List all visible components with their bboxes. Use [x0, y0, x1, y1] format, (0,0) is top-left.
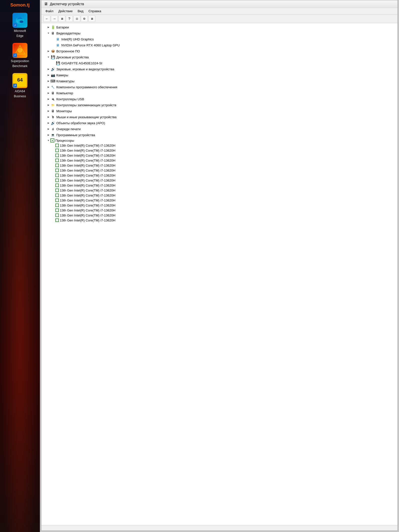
cpu2-label: 13th Gen Intel(R) Core(TM) i7-13620H: [60, 149, 115, 152]
cpu-core-2[interactable]: ▶ □ 13th Gen Intel(R) Core(TM) i7-13620H: [41, 148, 398, 153]
update-button[interactable]: ⚙: [81, 15, 88, 22]
menu-help[interactable]: Справка: [87, 8, 103, 14]
cpu12-icon: □: [55, 199, 59, 202]
audio-expand[interactable]: ▶: [46, 67, 50, 71]
gigabyte-item[interactable]: ▶ 💾 GIGABYTE AG450E1024-SI: [41, 60, 398, 66]
storage-controllers-item[interactable]: ▶ 📁 Контроллеры запоминающих устройств: [41, 102, 398, 108]
cpu1-label: 13th Gen Intel(R) Core(TM) i7-13620H: [60, 144, 115, 147]
cpu15-label: 13th Gen Intel(R) Core(TM) i7-13620H: [60, 213, 115, 217]
cpu-core-13[interactable]: ▶ □ 13th Gen Intel(R) Core(TM) i7-13620H: [41, 203, 398, 208]
menu-action[interactable]: Действие: [56, 8, 75, 14]
cpu5-label: 13th Gen Intel(R) Core(TM) i7-13620H: [60, 164, 115, 167]
cpu-core-1[interactable]: ▶ □ 13th Gen Intel(R) Core(TM) i7-13620H: [41, 143, 398, 148]
scan-button[interactable]: 🖥: [88, 15, 95, 22]
firmware-label: Встроенное ПО: [56, 49, 80, 53]
aida64-icon[interactable]: 64 ↗ AIDA64 Business: [12, 73, 27, 98]
cpu-core-10[interactable]: ▶ □ 13th Gen Intel(R) Core(TM) i7-13620H: [41, 188, 398, 193]
cpu14-icon: □: [55, 209, 59, 212]
cpu-core-15[interactable]: ▶ □ 13th Gen Intel(R) Core(TM) i7-13620H: [41, 213, 398, 218]
usb-controllers-item[interactable]: ▶ 🔌 Контроллеры USB: [41, 96, 398, 102]
batteries-item[interactable]: ▶ 🔋 Батареи: [41, 24, 398, 30]
cameras-expand[interactable]: ▶: [46, 73, 50, 77]
disk-drives-expand[interactable]: ▼: [46, 55, 50, 59]
cpu1-icon: □: [55, 144, 59, 147]
forward-button[interactable]: →: [51, 15, 58, 22]
computer-expand[interactable]: ▶: [46, 91, 50, 95]
print-queues-item[interactable]: ▶ 🖨 Очереди печати: [41, 126, 398, 132]
nvidia-rtx-item[interactable]: ▶ 🖥 NVIDIA GeForce RTX 4060 Laptop GPU: [41, 42, 398, 48]
cpu-core-14[interactable]: ▶ □ 13th Gen Intel(R) Core(TM) i7-13620H: [41, 208, 398, 213]
disk-drives-item[interactable]: ▼ 💾 Дисковые устройства: [41, 54, 398, 60]
batteries-expand[interactable]: ▶: [46, 25, 50, 29]
device-manager-window: 🖥 Диспетчер устройств Файл Действие Вид …: [41, 0, 398, 531]
firmware-item[interactable]: ▶ 📦 Встроенное ПО: [41, 48, 398, 54]
cpu-core-5[interactable]: ▶ □ 13th Gen Intel(R) Core(TM) i7-13620H: [41, 163, 398, 168]
monitors-item[interactable]: ▶ 🖥 Мониторы: [41, 108, 398, 114]
computer-label: Компьютер: [56, 91, 73, 95]
cpu-core-8[interactable]: ▶ □ 13th Gen Intel(R) Core(TM) i7-13620H: [41, 178, 398, 183]
software-components-expand[interactable]: ▶: [46, 85, 50, 89]
cpu-core-16[interactable]: ▶ □ 13th Gen Intel(R) Core(TM) i7-13620H: [41, 218, 398, 223]
keyboards-item[interactable]: ▶ ⌨ Клавиатуры: [41, 78, 398, 84]
storage-controllers-label: Контроллеры запоминающих устройств: [56, 103, 116, 107]
monitors-label: Мониторы: [56, 109, 72, 113]
print-queues-label: Очереди печати: [56, 127, 81, 131]
cpu4-label: 13th Gen Intel(R) Core(TM) i7-13620H: [60, 159, 115, 162]
print-queues-expand[interactable]: ▶: [46, 127, 50, 131]
cpu-core-4[interactable]: ▶ □ 13th Gen Intel(R) Core(TM) i7-13620H: [41, 158, 398, 163]
menu-file[interactable]: Файл: [43, 8, 55, 14]
computer-item[interactable]: ▶ 🖥 Компьютер: [41, 90, 398, 96]
cameras-item[interactable]: ▶ 📷 Камеры: [41, 72, 398, 78]
edge-label: Microsoft: [14, 29, 26, 33]
help-button[interactable]: ?: [66, 15, 73, 22]
cpu-core-7[interactable]: ▶ □ 13th Gen Intel(R) Core(TM) i7-13620H: [41, 173, 398, 178]
cpu11-label: 13th Gen Intel(R) Core(TM) i7-13620H: [60, 194, 115, 197]
menu-view[interactable]: Вид: [76, 8, 86, 14]
display-adapters-expand[interactable]: ▼: [46, 31, 50, 35]
processors-expand[interactable]: ▼: [46, 138, 50, 142]
mice-label: Мыши и иные указывающие устройства: [56, 115, 116, 119]
cpu-core-3[interactable]: ▶ □ 13th Gen Intel(R) Core(TM) i7-13620H: [41, 153, 398, 158]
sound-apo-item[interactable]: ▶ 🔊 Объекты обработки звука (APO): [41, 120, 398, 126]
intel-uhd-item[interactable]: ▶ 🖥 Intel(R) UHD Graphics: [41, 36, 398, 42]
batteries-icon: 🔋: [50, 25, 55, 30]
usb-controllers-expand[interactable]: ▶: [46, 97, 50, 101]
computer-button[interactable]: 🖥: [58, 15, 65, 22]
mice-item[interactable]: ▶ 🖱 Мыши и иные указывающие устройства: [41, 114, 398, 120]
mice-icon: 🖱: [50, 114, 55, 119]
cpu3-icon: □: [55, 154, 59, 157]
firmware-icon: 📦: [50, 49, 55, 54]
storage-controllers-expand[interactable]: ▶: [46, 103, 50, 107]
firmware-expand[interactable]: ▶: [46, 49, 50, 53]
desktop-sidebar: Somon.tj ↗ Microsoft Edge: [0, 0, 40, 532]
edge-shortcut-badge: ↗: [13, 23, 17, 27]
svg-point-5: [18, 48, 22, 52]
back-button[interactable]: ←: [43, 15, 50, 22]
aida64-label: AIDA64: [15, 90, 25, 93]
monitors-expand[interactable]: ▶: [46, 109, 50, 113]
main-area: 🖥 Диспетчер устройств Файл Действие Вид …: [40, 0, 399, 532]
keyboards-expand[interactable]: ▶: [46, 79, 50, 83]
cpu10-label: 13th Gen Intel(R) Core(TM) i7-13620H: [60, 189, 115, 192]
title-bar: 🖥 Диспетчер устройств: [41, 0, 398, 8]
sound-apo-expand[interactable]: ▶: [46, 121, 50, 125]
cpu7-label: 13th Gen Intel(R) Core(TM) i7-13620H: [60, 174, 115, 177]
display-adapters-item[interactable]: ▼ 🖥 Видеоадаптеры: [41, 30, 398, 36]
edge-icon[interactable]: ↗ Microsoft Edge: [12, 13, 27, 38]
program-devices-expand[interactable]: ▶: [46, 133, 50, 137]
program-devices-item[interactable]: ▶ 💻 Программные устройства: [41, 132, 398, 138]
audio-item[interactable]: ▶ 🔊 Звуковые, игровые и видеоустройства: [41, 66, 398, 72]
intel-uhd-label: Intel(R) UHD Graphics: [61, 37, 94, 41]
cameras-label: Камеры: [56, 73, 68, 77]
software-components-item[interactable]: ▶ 🔧 Компоненты программного обеспечения: [41, 84, 398, 90]
cpu-core-6[interactable]: ▶ □ 13th Gen Intel(R) Core(TM) i7-13620H: [41, 168, 398, 173]
cpu-core-9[interactable]: ▶ □ 13th Gen Intel(R) Core(TM) i7-13620H: [41, 183, 398, 188]
properties-button[interactable]: ⊡: [73, 15, 80, 22]
mice-expand[interactable]: ▶: [46, 115, 50, 119]
superposition-icon[interactable]: ↗ Superposition Benchmark: [11, 43, 29, 68]
cameras-icon: 📷: [50, 73, 55, 78]
nvidia-rtx-label: NVIDIA GeForce RTX 4060 Laptop GPU: [61, 43, 120, 47]
cpu-core-11[interactable]: ▶ □ 13th Gen Intel(R) Core(TM) i7-13620H: [41, 193, 398, 198]
processors-item[interactable]: ▼ ■ Процессоры: [41, 138, 398, 143]
cpu-core-12[interactable]: ▶ □ 13th Gen Intel(R) Core(TM) i7-13620H: [41, 198, 398, 203]
